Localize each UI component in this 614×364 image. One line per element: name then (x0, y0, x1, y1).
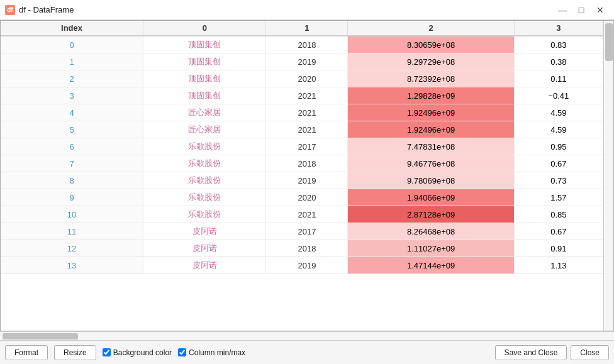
minimize-button[interactable]: — (554, 3, 571, 17)
cell-col1: 2021 (266, 104, 348, 121)
cell-col3: 0.95 (514, 138, 603, 155)
cell-col0: 顶固集创 (143, 87, 266, 104)
cell-index: 6 (1, 138, 143, 155)
bg-color-checkbox[interactable] (103, 348, 111, 356)
cell-col0: 皮阿诺 (143, 240, 266, 257)
table-row: 3顶固集创20211.29828e+09−0.41 (1, 87, 603, 104)
col-minmax-label: Column min/max (189, 348, 245, 357)
cell-col3: 0.11 (514, 70, 603, 87)
cell-col0: 匠心家居 (143, 121, 266, 138)
cell-col2: 7.47831e+08 (348, 138, 514, 155)
col-header-1: 1 (266, 21, 348, 36)
close-button[interactable]: Close (571, 345, 609, 360)
cell-col0: 乐歌股份 (143, 206, 266, 223)
cell-index: 10 (1, 206, 143, 223)
col-header-2: 2 (348, 21, 514, 36)
col-header-index: Index (1, 21, 143, 36)
cell-col1: 2018 (266, 240, 348, 257)
cell-index: 12 (1, 240, 143, 257)
col-header-0: 0 (143, 21, 266, 36)
cell-col0: 匠心家居 (143, 104, 266, 121)
main-area: Index 0 1 2 3 0顶固集创20188.30659e+080.831顶… (0, 20, 614, 331)
table-container[interactable]: Index 0 1 2 3 0顶固集创20188.30659e+080.831顶… (1, 21, 603, 331)
cell-index: 3 (1, 87, 143, 104)
close-window-button[interactable]: ✕ (591, 3, 609, 17)
cell-col0: 皮阿诺 (143, 223, 266, 240)
cell-col1: 2020 (266, 70, 348, 87)
data-table: Index 0 1 2 3 0顶固集创20188.30659e+080.831顶… (1, 21, 603, 274)
resize-button[interactable]: Resize (54, 345, 96, 360)
table-row: 4匠心家居20211.92496e+094.59 (1, 104, 603, 121)
table-row: 7乐歌股份20189.46776e+080.67 (1, 155, 603, 172)
app-icon: df (5, 5, 15, 15)
scroll-thumb-vertical[interactable] (605, 23, 613, 61)
col-minmax-checkbox[interactable] (178, 348, 186, 356)
col-minmax-checkbox-label[interactable]: Column min/max (178, 348, 245, 357)
cell-col0: 顶固集创 (143, 53, 266, 70)
cell-col3: 0.91 (514, 240, 603, 257)
table-row: 9乐歌股份20201.94066e+091.57 (1, 189, 603, 206)
table-row: 2顶固集创20208.72392e+080.11 (1, 70, 603, 87)
table-row: 10乐歌股份20212.87128e+090.85 (1, 206, 603, 223)
cell-index: 11 (1, 223, 143, 240)
cell-col2: 9.46776e+08 (348, 155, 514, 172)
cell-index: 9 (1, 189, 143, 206)
table-row: 12皮阿诺20181.11027e+090.91 (1, 240, 603, 257)
cell-index: 0 (1, 36, 143, 53)
cell-col3: 0.67 (514, 223, 603, 240)
cell-col2: 8.72392e+08 (348, 70, 514, 87)
title-bar: df df - DataFrame — □ ✕ (0, 0, 614, 20)
cell-col1: 2017 (266, 138, 348, 155)
cell-index: 1 (1, 53, 143, 70)
bg-color-checkbox-label[interactable]: Background color (103, 348, 172, 357)
cell-col0: 乐歌股份 (143, 189, 266, 206)
cell-col2: 1.94066e+09 (348, 189, 514, 206)
scrollbar-vertical[interactable] (603, 21, 613, 331)
cell-col2: 1.29828e+09 (348, 87, 514, 104)
scroll-thumb-horizontal[interactable] (3, 333, 78, 339)
cell-col1: 2021 (266, 121, 348, 138)
table-body: 0顶固集创20188.30659e+080.831顶固集创20199.29729… (1, 36, 603, 274)
maximize-button[interactable]: □ (572, 3, 590, 17)
cell-col2: 9.78069e+08 (348, 172, 514, 189)
cell-col0: 乐歌股份 (143, 138, 266, 155)
cell-col0: 乐歌股份 (143, 155, 266, 172)
cell-index: 13 (1, 257, 143, 274)
save-close-button[interactable]: Save and Close (495, 345, 567, 360)
cell-col1: 2019 (266, 257, 348, 274)
cell-col2: 1.92496e+09 (348, 104, 514, 121)
cell-col1: 2018 (266, 36, 348, 53)
cell-col0: 顶固集创 (143, 70, 266, 87)
cell-col3: 4.59 (514, 104, 603, 121)
cell-col3: 0.85 (514, 206, 603, 223)
cell-index: 8 (1, 172, 143, 189)
cell-col3: 4.59 (514, 121, 603, 138)
title-bar-controls: — □ ✕ (554, 3, 609, 17)
cell-col3: 0.83 (514, 36, 603, 53)
scrollbar-horizontal[interactable] (0, 331, 614, 340)
table-row: 1顶固集创20199.29729e+080.38 (1, 53, 603, 70)
cell-col2: 1.47144e+09 (348, 257, 514, 274)
col-header-3: 3 (514, 21, 603, 36)
table-row: 8乐歌股份20199.78069e+080.73 (1, 172, 603, 189)
format-button[interactable]: Format (5, 345, 48, 360)
window-title: df - DataFrame (19, 5, 74, 14)
cell-col1: 2019 (266, 53, 348, 70)
cell-col1: 2019 (266, 172, 348, 189)
cell-index: 5 (1, 121, 143, 138)
table-row: 11皮阿诺20178.26468e+080.67 (1, 223, 603, 240)
cell-col3: 0.73 (514, 172, 603, 189)
bg-color-label: Background color (113, 348, 172, 357)
cell-index: 4 (1, 104, 143, 121)
bottom-bar: Format Resize Background color Column mi… (0, 340, 614, 364)
cell-col2: 8.26468e+08 (348, 223, 514, 240)
cell-index: 2 (1, 70, 143, 87)
cell-col3: −0.41 (514, 87, 603, 104)
title-bar-left: df df - DataFrame (5, 5, 74, 15)
cell-col2: 1.11027e+09 (348, 240, 514, 257)
cell-col0: 皮阿诺 (143, 257, 266, 274)
cell-col0: 乐歌股份 (143, 172, 266, 189)
cell-col3: 1.57 (514, 189, 603, 206)
cell-col0: 顶固集创 (143, 36, 266, 53)
cell-col2: 9.29729e+08 (348, 53, 514, 70)
